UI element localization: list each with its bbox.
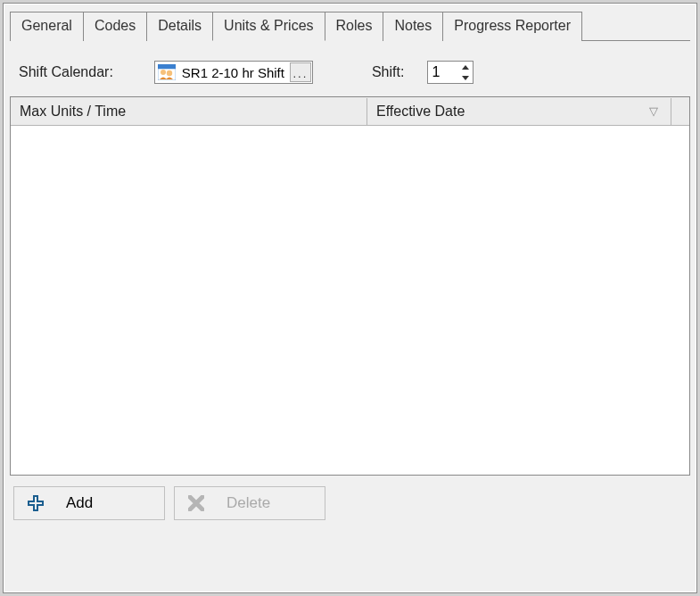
column-effective-date[interactable]: Effective Date ▽: [367, 98, 671, 125]
shift-label: Shift:: [372, 64, 404, 80]
shift-calendar-label: Shift Calendar:: [19, 64, 113, 80]
svg-point-2: [161, 70, 166, 75]
plus-icon: [27, 494, 45, 512]
triangle-up-icon: [462, 65, 469, 70]
tab-roles[interactable]: Roles: [325, 12, 384, 41]
tab-codes[interactable]: Codes: [83, 12, 147, 41]
delete-button-label: Delete: [226, 494, 270, 512]
svg-point-3: [167, 70, 172, 76]
tab-units-prices[interactable]: Units & Prices: [212, 12, 325, 41]
x-icon: [187, 494, 205, 512]
tab-content: Shift Calendar: SR1 2-10 hr Shift: [10, 40, 690, 581]
svg-rect-0: [158, 64, 176, 69]
shift-calendar-field[interactable]: SR1 2-10 hr Shift ...: [154, 61, 313, 84]
add-button-label: Add: [66, 494, 93, 512]
column-effective-date-label: Effective Date: [376, 103, 465, 120]
tab-progress-reporter[interactable]: Progress Reporter: [442, 12, 582, 41]
column-spacer: [671, 106, 689, 117]
shift-step-down[interactable]: [458, 72, 473, 83]
sort-desc-icon: ▽: [649, 104, 658, 118]
shift-stepper[interactable]: 1: [427, 61, 474, 84]
calendar-people-icon: [157, 62, 177, 82]
dialog-panel: General Codes Details Units & Prices Rol…: [4, 4, 696, 592]
tab-general[interactable]: General: [10, 12, 84, 41]
shift-step-up[interactable]: [458, 62, 473, 72]
tab-notes[interactable]: Notes: [383, 12, 443, 41]
units-table: Max Units / Time Effective Date ▽: [10, 96, 690, 476]
shift-value[interactable]: 1: [428, 62, 458, 83]
tab-details[interactable]: Details: [146, 12, 213, 41]
triangle-down-icon: [462, 76, 469, 80]
column-max-units[interactable]: Max Units / Time: [11, 98, 367, 125]
shift-calendar-value: SR1 2-10 hr Shift: [177, 65, 290, 80]
add-button[interactable]: Add: [13, 486, 165, 520]
browse-calendar-button[interactable]: ...: [290, 62, 311, 82]
tab-bar: General Codes Details Units & Prices Rol…: [10, 12, 690, 41]
table-header: Max Units / Time Effective Date ▽: [11, 97, 689, 126]
delete-button[interactable]: Delete: [174, 486, 325, 520]
